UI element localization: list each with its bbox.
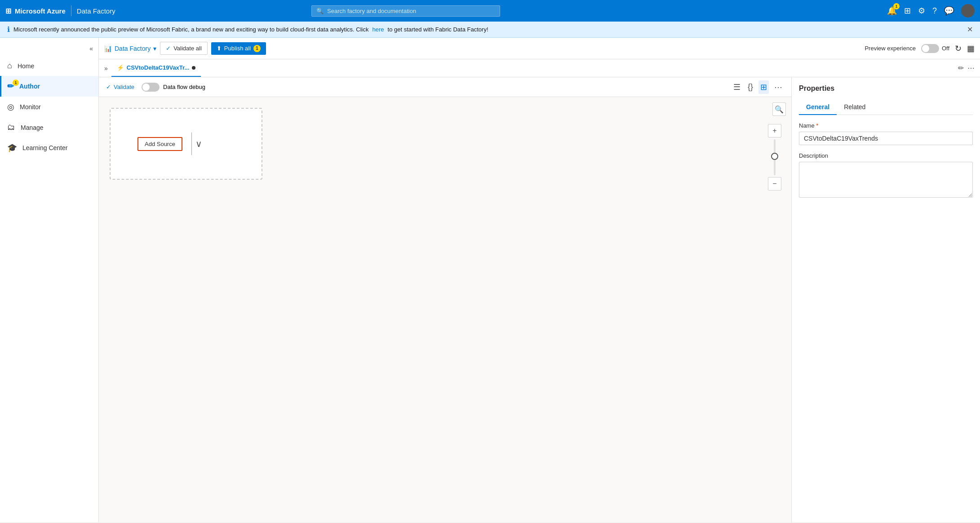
toggle-state-label: Off [942, 45, 949, 52]
description-field-label: Description [799, 152, 973, 159]
brand-name: Microsoft Azure [15, 7, 66, 15]
list-view-button[interactable]: ☰ [732, 80, 742, 94]
dataflow-toolbar: ✓ Validate Data flow debug ☰ {} ⊞ ⋯ [99, 77, 791, 97]
preview-toggle[interactable]: Off [921, 44, 949, 53]
description-field-textarea[interactable] [799, 162, 973, 198]
layout-button[interactable]: ▦ [967, 44, 975, 53]
refresh-button[interactable]: ↻ [955, 44, 962, 53]
description-field-group: Description [799, 152, 973, 199]
validate-button[interactable]: ✓ Validate [106, 84, 134, 90]
sidebar: « ⌂ Home ✏ Author 1 ◎ Monitor 🗂 Manage 🎓… [0, 38, 99, 522]
home-icon: ⌂ [7, 61, 12, 71]
add-source-button[interactable]: Add Source [137, 137, 182, 151]
tab-bar: » ⚡ CSVtoDeltaC19VaxTr... ✏ ⋯ [99, 59, 980, 77]
brand-logo[interactable]: ⊞ Microsoft Azure [5, 7, 66, 15]
debug-toggle-control[interactable] [142, 83, 160, 92]
factory-icon: 📊 [104, 45, 112, 52]
required-star: * [816, 122, 818, 129]
dataflow-icon: ⚡ [117, 64, 124, 71]
tab-more-button[interactable]: ⋯ [967, 64, 975, 72]
validate-check-icon: ✓ [106, 84, 111, 90]
canvas-inner: Add Source ∨ 🔍 + [99, 97, 791, 522]
debug-label: Data flow debug [163, 84, 205, 90]
zoom-controls: + − [768, 124, 781, 191]
sidebar-item-label: Learning Center [22, 144, 67, 151]
canvas-search-button[interactable]: 🔍 [772, 102, 786, 116]
general-tab[interactable]: General [799, 100, 837, 115]
canvas-area: ✓ Validate Data flow debug ☰ {} ⊞ ⋯ [99, 77, 791, 522]
help-button[interactable]: ? [932, 6, 937, 16]
author-badge: 1 [13, 80, 19, 86]
preview-experience-label: Preview experience [865, 45, 915, 52]
zoom-slider-track [774, 139, 776, 175]
related-tab-label: Related [844, 103, 865, 111]
connector-line [191, 133, 192, 155]
validate-all-button[interactable]: ✓ Validate all [160, 42, 208, 55]
sidebar-item-label: Home [18, 62, 34, 70]
table-view-button[interactable]: ⊞ [758, 80, 769, 94]
tab-actions: ✏ ⋯ [958, 64, 975, 72]
top-nav-bar: ⊞ Microsoft Azure Data Factory 🔍 Search … [0, 0, 980, 22]
search-placeholder: Search factory and documentation [327, 8, 416, 14]
banner-text2: to get started with Fabric Data Factory! [388, 26, 488, 33]
tab-expand-button[interactable]: » [104, 65, 108, 72]
tab-label: CSVtoDeltaC19VaxTr... [127, 64, 189, 71]
toolbar-right: Preview experience Off ↻ ▦ [865, 44, 975, 53]
validate-label: Validate [114, 84, 134, 90]
publish-all-label: Publish all [224, 45, 251, 52]
brand-divider [71, 5, 71, 16]
top-bar-icons: 🔔 1 ⊞ ⚙ ? 💬 [887, 4, 975, 18]
more-options-button[interactable]: ⋯ [772, 80, 784, 94]
learning-icon: 🎓 [7, 143, 17, 153]
connector-arrow-icon: ∨ [195, 138, 202, 149]
properties-panel: Properties General Related Name * [791, 77, 980, 522]
banner-close-button[interactable]: ✕ [967, 25, 973, 34]
code-view-button[interactable]: {} [746, 80, 755, 93]
search-bar[interactable]: 🔍 Search factory and documentation [311, 5, 500, 17]
name-field-input[interactable] [799, 132, 973, 145]
zoom-out-button[interactable]: − [768, 177, 781, 191]
sidebar-item-learning-center[interactable]: 🎓 Learning Center [0, 137, 98, 158]
dataflow-toolbar-right: ☰ {} ⊞ ⋯ [732, 80, 784, 94]
sidebar-item-home[interactable]: ⌂ Home [0, 56, 98, 76]
factory-dropdown[interactable]: 📊 Data Factory ▾ [104, 45, 156, 52]
canvas-controls: 🔍 [772, 102, 786, 116]
app-title: Data Factory [77, 7, 115, 15]
zoom-in-button[interactable]: + [768, 124, 781, 137]
user-avatar[interactable] [961, 4, 975, 18]
zoom-slider-knob[interactable] [771, 153, 778, 160]
settings-button[interactable]: ⚙ [918, 6, 925, 16]
publish-icon: ⬆ [217, 45, 222, 52]
notifications-button[interactable]: 🔔 1 [887, 6, 897, 16]
directory-button[interactable]: ⊞ [904, 6, 911, 16]
sidebar-item-monitor[interactable]: ◎ Monitor [0, 97, 98, 117]
properties-title: Properties [799, 84, 973, 93]
banner-link[interactable]: here [372, 26, 384, 33]
sidebar-item-label: Monitor [20, 103, 41, 111]
related-tab[interactable]: Related [837, 100, 873, 115]
dataflow-canvas: Add Source ∨ [110, 108, 262, 180]
dropdown-icon: ▾ [153, 45, 156, 52]
search-icon: 🔍 [316, 8, 324, 14]
monitor-icon: ◎ [7, 102, 14, 112]
factory-label: Data Factory [115, 45, 151, 52]
windows-icon: ⊞ [5, 7, 11, 15]
publish-all-button[interactable]: ⬆ Publish all 1 [211, 42, 266, 55]
tab-modified-dot [192, 66, 195, 70]
info-banner: ℹ Microsoft recently announced the publi… [0, 22, 980, 38]
canvas-connector: ∨ [188, 133, 202, 155]
debug-toggle-knob [142, 84, 150, 91]
validate-icon: ✓ [166, 45, 171, 52]
dataflow-tab[interactable]: ⚡ CSVtoDeltaC19VaxTr... [111, 59, 201, 77]
debug-toggle[interactable]: Data flow debug [142, 83, 205, 92]
sidebar-item-label: Author [19, 83, 40, 90]
validate-all-label: Validate all [173, 45, 202, 52]
feedback-button[interactable]: 💬 [944, 6, 954, 16]
general-tab-label: General [806, 103, 829, 111]
sidebar-collapse-button[interactable]: « [0, 41, 98, 56]
toggle-control[interactable] [921, 44, 939, 53]
sidebar-item-manage[interactable]: 🗂 Manage [0, 117, 98, 137]
publish-badge: 1 [253, 45, 261, 52]
tab-edit-button[interactable]: ✏ [958, 64, 964, 72]
sidebar-item-author[interactable]: ✏ Author 1 [0, 76, 98, 97]
